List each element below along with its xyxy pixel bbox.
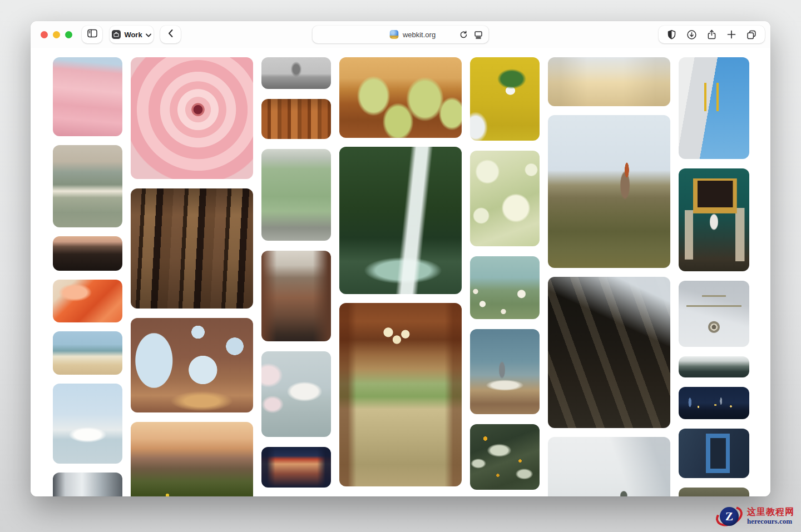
share-button[interactable] <box>706 29 717 40</box>
sidebar-toggle-button[interactable] <box>82 26 102 43</box>
photo-chapel-roof[interactable] <box>261 57 331 89</box>
browser-window: Work webkit.org <box>31 21 770 496</box>
watermark-site-url: herecours.com <box>747 518 794 526</box>
page-menu-icon[interactable] <box>474 30 483 39</box>
sidebar-toggle-icon <box>87 28 98 41</box>
photo-dune-path[interactable] <box>548 57 670 106</box>
watermark-site-name: 这里教程网 <box>747 507 794 517</box>
watermark-logo-letter: Z <box>720 507 739 526</box>
photo-city-canyon[interactable] <box>53 473 122 496</box>
photo-mine-ruin-hill[interactable] <box>548 115 670 268</box>
page-content <box>31 48 770 496</box>
photo-orange-sculpture[interactable] <box>53 280 122 322</box>
photo-gable-facade[interactable] <box>679 281 749 347</box>
gallery-column-7 <box>679 57 749 496</box>
photo-cafe-chairs[interactable] <box>339 57 462 138</box>
profile-label: Work <box>124 31 142 39</box>
photo-green-cottage[interactable] <box>261 149 331 241</box>
photo-organic-bathroom[interactable] <box>131 318 253 412</box>
chevron-down-icon <box>146 29 151 39</box>
photo-tree-bark[interactable] <box>131 188 253 309</box>
photo-grid <box>31 48 770 496</box>
close-window-button[interactable] <box>41 31 48 38</box>
photo-dolomites-sunset[interactable] <box>131 422 253 496</box>
url-text: webkit.org <box>403 31 436 39</box>
gallery-column-6 <box>548 57 670 496</box>
photo-wooden-door[interactable] <box>261 99 331 139</box>
photo-cliff-daisies[interactable] <box>470 256 540 319</box>
gallery-column-2 <box>131 57 253 496</box>
photo-misty-mountain[interactable] <box>548 437 670 496</box>
minimize-window-button[interactable] <box>53 31 60 38</box>
profile-badge-icon <box>112 30 121 39</box>
photo-sandy-beach[interactable] <box>53 331 122 375</box>
traffic-lights <box>41 31 72 38</box>
photo-pink-hotel[interactable] <box>53 57 122 136</box>
photo-jungle-waterfall[interactable] <box>339 147 462 294</box>
browser-toolbar: Work webkit.org <box>31 21 770 48</box>
photo-foggy-treeline[interactable] <box>679 356 749 377</box>
zoom-window-button[interactable] <box>65 31 72 38</box>
privacy-shield-icon[interactable] <box>666 29 677 40</box>
gallery-column-4 <box>339 57 462 486</box>
downloads-button[interactable] <box>686 29 697 40</box>
back-chevron-icon <box>167 29 174 40</box>
profile-menu-button[interactable]: Work <box>110 26 154 43</box>
photo-heron-shore[interactable] <box>470 329 540 414</box>
photo-candlelit-parlor[interactable] <box>679 168 749 271</box>
watermark-logo-icon: Z <box>715 503 744 530</box>
photo-ocean-wave[interactable] <box>53 145 122 227</box>
gallery-column-1 <box>53 57 122 496</box>
tab-overview-button[interactable] <box>746 29 757 40</box>
photo-night-skyline[interactable] <box>679 387 749 419</box>
back-button[interactable] <box>160 26 181 43</box>
photo-modern-tower[interactable] <box>679 57 749 159</box>
photo-plant-yellow-wall[interactable] <box>470 57 540 141</box>
site-icon <box>390 30 399 39</box>
address-bar-content: webkit.org <box>365 30 436 39</box>
toolbar-right-group <box>659 26 765 43</box>
address-bar[interactable]: webkit.org <box>313 26 489 43</box>
photo-white-hydrangea[interactable] <box>470 151 540 246</box>
photo-pond-reflection[interactable] <box>470 424 540 490</box>
photo-dusk-canyon[interactable] <box>53 236 122 271</box>
photo-tatami-room[interactable] <box>339 303 462 486</box>
photo-dark-atrium[interactable] <box>548 277 670 428</box>
photo-night-storefront[interactable] <box>261 447 331 488</box>
photo-olive-partial[interactable] <box>679 488 749 496</box>
gallery-column-3 <box>261 57 331 488</box>
photo-blue-window-night[interactable] <box>679 429 749 478</box>
photo-pink-rose[interactable] <box>131 57 253 179</box>
watermark: Z 这里教程网 herecours.com <box>715 503 799 530</box>
reload-button[interactable] <box>459 30 468 39</box>
photo-sailing-ship[interactable] <box>53 384 122 464</box>
new-tab-button[interactable] <box>726 29 736 39</box>
photo-manhattan-bridge[interactable] <box>261 251 331 341</box>
photo-jefferson-memorial[interactable] <box>261 351 331 437</box>
gallery-column-5 <box>470 57 540 490</box>
